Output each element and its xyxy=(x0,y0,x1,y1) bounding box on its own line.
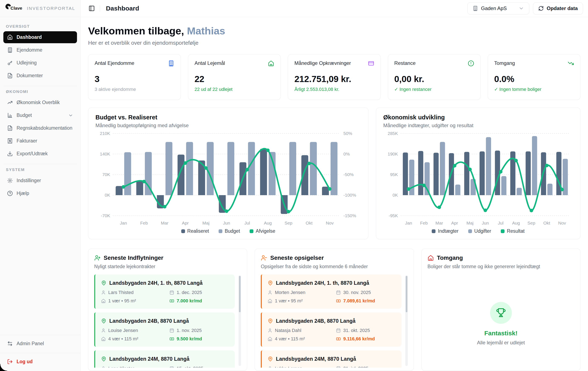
svg-text:Sep: Sep xyxy=(527,221,535,225)
scrollbar-thumb[interactable] xyxy=(239,276,241,312)
moveout-list[interactable]: Landsbygaden 24H, 1. th, 8870 Langå Mort… xyxy=(261,275,408,368)
nav-section-system: SYSTEM xyxy=(6,168,74,172)
item-rent: 7.089,61 kr/md xyxy=(343,298,375,304)
item-date: 31. okt. 2025 xyxy=(343,328,370,333)
svg-text:285K: 285K xyxy=(388,131,398,136)
stat-label: Antal Ejendomme xyxy=(94,60,134,66)
list-item[interactable]: Landsbygaden 24M, 8870 Langå Lene Kloste… xyxy=(94,350,235,368)
map-pin-icon xyxy=(268,356,273,361)
sidebar-item-dokumenter[interactable]: Dokumenter xyxy=(3,70,77,82)
chart-legend: IndtægterUdgifterResultat xyxy=(383,228,573,234)
item-tenant: Lene Kloster xyxy=(108,366,134,368)
logo-text: Clave xyxy=(10,6,22,11)
swap-arrows-icon xyxy=(7,341,13,346)
sidebar-item-label: Dashboard xyxy=(17,34,42,40)
sidebar-item-budget[interactable]: Budget xyxy=(3,109,77,121)
chart-column-icon xyxy=(7,113,13,118)
svg-text:-150%: -150% xyxy=(343,213,356,218)
chart-subtitle: Månedlig budgetopfølgning med afvigelse xyxy=(95,123,361,128)
budget-vs-realiseret-chart: 210K50%140K0%70K-50%0K-100%-70K-150%JanF… xyxy=(95,130,361,228)
map-pin-icon xyxy=(101,280,106,286)
vacancy-status: Fantastisk! Alle lejemål er udlejet xyxy=(428,275,574,371)
bottom-cards-row: Seneste Indflytninger Nyligt startede le… xyxy=(88,248,580,371)
download-icon xyxy=(7,151,13,157)
chart-title: Økonomisk udvikling xyxy=(383,114,573,121)
user-icon xyxy=(101,328,106,333)
gear-icon xyxy=(7,178,13,183)
svg-text:-95K: -95K xyxy=(389,213,398,218)
admin-panel-button[interactable]: Admin Panel xyxy=(3,338,77,350)
banknote-icon xyxy=(336,337,341,341)
svg-text:140K: 140K xyxy=(100,151,110,156)
refresh-label: Opdater data xyxy=(547,5,578,11)
svg-text:190K: 190K xyxy=(388,151,398,156)
svg-text:Jun: Jun xyxy=(482,221,489,225)
sidebar-item-ejendomme[interactable]: Ejendomme xyxy=(3,44,77,56)
card-subtitle: Opsigelser fra de sidste og kommende 6 m… xyxy=(261,264,408,269)
scrollbar-thumb[interactable] xyxy=(406,276,407,312)
nav-divider xyxy=(3,164,77,164)
sidebar-item-indstillinger[interactable]: Indstillinger xyxy=(3,175,77,187)
user-minus-icon xyxy=(261,255,267,261)
sidebar-item-fakturaer[interactable]: Fakturaer xyxy=(3,135,77,147)
sidebar-item-label: Fakturaer xyxy=(17,138,37,144)
vacancy-card: Tomgang Boliger der står tomme og ikke g… xyxy=(421,248,580,371)
item-tenant: Lykke Larsen xyxy=(275,366,302,368)
sidebar-item-okonomisk-overblik[interactable]: Økonomisk Overblik xyxy=(3,96,77,108)
building-icon xyxy=(473,6,478,11)
list-item[interactable]: Landsbygaden 24M, 8870 Langå Lykke Larse… xyxy=(261,350,401,368)
svg-text:210K: 210K xyxy=(100,131,110,136)
company-selector[interactable]: Gaden ApS xyxy=(467,2,529,14)
item-date: 15. okt. 2025 xyxy=(177,366,203,368)
svg-text:-50%: -50% xyxy=(343,172,354,177)
legend-item: Udgifter xyxy=(468,228,491,234)
file-text-icon xyxy=(7,73,13,78)
refresh-data-button[interactable]: Opdater data xyxy=(533,2,583,14)
sidebar-item-hjaelp[interactable]: Hjælp xyxy=(3,187,77,199)
page-title: Dashboard xyxy=(106,5,139,12)
sidebar-item-regnskabsdokumentation[interactable]: Regnskabsdokumentation xyxy=(3,122,77,134)
calendar-icon xyxy=(336,366,341,368)
log-out-icon xyxy=(7,359,13,364)
user-plus-icon xyxy=(94,255,100,261)
item-size: 4 vær • 115 m² xyxy=(275,336,305,342)
credit-card-icon xyxy=(368,60,374,66)
svg-text:Jan: Jan xyxy=(120,221,127,225)
item-tenant: Lars Thisted xyxy=(108,290,134,295)
map-pin-icon xyxy=(268,318,273,324)
card-title: Seneste opsigelser xyxy=(270,254,324,261)
calendar-icon xyxy=(336,328,341,333)
stat-card-ejendomme: Antal Ejendomme 3 3 aktive ejendomme xyxy=(88,54,181,100)
movein-list[interactable]: Landsbygaden 24H, 1. th, 8870 Langå Lars… xyxy=(94,275,241,368)
legend-item: Realiseret xyxy=(181,228,209,234)
svg-text:Aug: Aug xyxy=(512,221,520,225)
list-item[interactable]: Landsbygaden 24H, 1. th, 8870 Langå Mort… xyxy=(261,275,401,309)
svg-text:Apr: Apr xyxy=(451,221,458,225)
sidebar-toggle-icon[interactable] xyxy=(89,5,95,11)
sidebar-item-dashboard[interactable]: Dashboard xyxy=(3,31,77,43)
logout-button[interactable]: Log ud xyxy=(3,356,77,368)
okonomisk-udvikling-chart: 285K190K95K0K-95KJanFebMarAprMajJunJulAu… xyxy=(383,130,573,228)
sidebar-item-export-udtraek[interactable]: Export/Udtræk xyxy=(3,148,77,160)
list-item[interactable]: Landsbygaden 24B, 8870 Langå Natasja Dah… xyxy=(261,312,401,347)
legend-item: Indtægter xyxy=(432,228,458,234)
sidebar-item-udlejning[interactable]: Udlejning xyxy=(3,57,77,69)
list-item[interactable]: Landsbygaden 24H, 1. th, 8870 Langå Lars… xyxy=(94,275,235,309)
svg-text:50%: 50% xyxy=(343,131,352,136)
charts-row: Budget vs. Realiseret Månedlig budgetopf… xyxy=(88,107,580,239)
building-icon xyxy=(168,60,174,66)
receipt-icon xyxy=(7,138,13,144)
item-address: Landsbygaden 24M, 8870 Langå xyxy=(276,356,356,362)
svg-text:95K: 95K xyxy=(390,172,398,177)
stat-value: 0,00 kr. xyxy=(394,74,474,84)
svg-text:Jul: Jul xyxy=(244,221,250,225)
trophy-icon xyxy=(496,308,506,318)
sidebar-item-label: Dokumenter xyxy=(17,73,43,78)
item-address: Landsbygaden 24B, 8870 Langå xyxy=(276,318,355,324)
stat-label: Antal Lejemål xyxy=(194,60,225,66)
stat-card-lejemaal: Antal Lejemål 22 22 ud af 22 udlejet xyxy=(188,54,281,100)
svg-text:0K: 0K xyxy=(105,193,110,197)
list-item[interactable]: Landsbygaden 24B, 8870 Langå Louise Jens… xyxy=(94,312,235,347)
vacancy-status-subtitle: Alle lejemål er udlejet xyxy=(477,340,525,346)
trending-up-icon xyxy=(7,100,13,105)
